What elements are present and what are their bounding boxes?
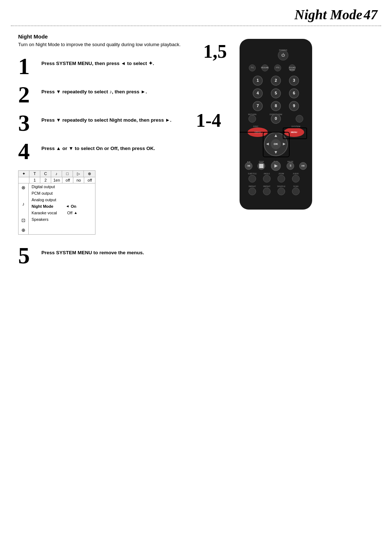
step-5-text: Press SYSTEM MENU to remove the menus.: [41, 244, 144, 256]
menu-karaoke-value: Off: [64, 211, 72, 215]
left-column: Night Mode Turn on Night Mode to improve…: [18, 33, 200, 267]
svg-text:3: 3: [293, 78, 295, 82]
menu-item-nightmode: Night Mode ◄ On: [29, 203, 95, 210]
menu-icon-subtitle: ⊡: [20, 217, 27, 224]
menu-header-play: ▷: [73, 171, 84, 177]
menu-item-digital-label: Digital output: [32, 185, 64, 189]
step-1: 1 Press SYSTEM MENU, then press ◄ to sel…: [18, 55, 200, 78]
svg-rect-0: [240, 39, 312, 210]
section-description: Turn on Night Mode to improve the sound …: [18, 41, 200, 48]
menu-header-t: T: [29, 171, 40, 177]
svg-text:⏭: ⏭: [302, 164, 305, 167]
svg-text:6: 6: [293, 91, 295, 95]
menu-nightmode-value: On: [71, 204, 76, 208]
svg-text:SHUFFLE: SHUFFLE: [277, 185, 286, 187]
svg-text:DISC: DISC: [253, 125, 259, 127]
svg-rect-55: [259, 164, 264, 168]
step-5: 5 Press SYSTEM MENU to remove the menus.: [18, 244, 200, 267]
menu-val-5: no: [73, 177, 84, 183]
step-3-number: 3: [18, 112, 36, 135]
step-4-text: Press ▲ or ▼ to select On or Off, then p…: [41, 140, 155, 152]
svg-text:⏮: ⏮: [247, 164, 250, 167]
remote-svg: ⏻ POWER T-C RESUME FTS SOUND MODE 1 2 3: [229, 37, 334, 215]
remote-label-14: 1-4: [196, 110, 221, 131]
svg-point-36: [296, 115, 303, 122]
svg-point-79: [278, 188, 285, 195]
menu-items: Digital output PCM output Analog output …: [29, 183, 95, 234]
svg-text:▲: ▲: [274, 133, 278, 138]
right-column: 1,5 1-4 ⏻ POWER T-C RESUME FTS SOUND: [207, 33, 330, 267]
svg-text:▶: ▶: [274, 163, 278, 168]
step-1-number: 1: [18, 55, 36, 78]
svg-text:⏸: ⏸: [289, 164, 292, 167]
svg-text:T-C: T-C: [251, 66, 254, 69]
menu-table: ✦ T C ♪ □ ▷ ⊕ 1 2 1en off no off: [18, 170, 95, 235]
menu-val-3: 1en: [51, 177, 62, 183]
menu-icon-extra: ⊕: [20, 227, 27, 234]
svg-text:4: 4: [257, 91, 259, 95]
svg-text:5: 5: [275, 91, 277, 95]
menu-item-pcm: PCM output: [29, 190, 95, 197]
step-1-text: Press SYSTEM MENU, then press ◄ to selec…: [41, 55, 154, 67]
menu-val-1: 1: [29, 177, 40, 183]
menu-left-icons: ⊗ ♪ ⊡ ⊕: [19, 183, 29, 234]
svg-text:MODE: MODE: [290, 69, 295, 71]
svg-text:SCAN: SCAN: [293, 185, 298, 187]
menu-item-digital: Digital output: [29, 183, 95, 190]
svg-text:OK: OK: [274, 142, 278, 146]
menu-values-row: 1 2 1en off no off: [19, 177, 95, 183]
step-4: 4 Press ▲ or ▼ to select On or Off, then…: [18, 140, 200, 163]
svg-point-70: [278, 175, 285, 182]
svg-text:REPEAT: REPEAT: [249, 185, 256, 187]
menu-header-screen: □: [62, 171, 73, 177]
menu-val-4: off: [62, 177, 73, 183]
step-4-number: 4: [18, 140, 36, 163]
page-header: Night Mode 47: [0, 0, 392, 23]
svg-text:1: 1: [257, 78, 259, 82]
menu-item-pcm-label: PCM output: [32, 191, 64, 195]
step-3: 3 Press ▼ repeatedly to select Night mod…: [18, 112, 200, 135]
step-2: 2 Press ▼ repeatedly to select ♪, then p…: [18, 83, 200, 106]
svg-point-32: [249, 115, 256, 122]
main-content: Night Mode Turn on Night Mode to improve…: [0, 26, 392, 278]
svg-text:MENU: MENU: [291, 131, 297, 133]
menu-body: ⊗ ♪ ⊡ ⊕ Digital output PCM output Analog…: [19, 183, 95, 234]
svg-text:ZOOM: ZOOM: [279, 173, 284, 175]
svg-text:8: 8: [275, 104, 277, 108]
menu-header-note: ♪: [51, 171, 62, 177]
svg-text:POWER: POWER: [279, 49, 287, 51]
step-5-number: 5: [18, 244, 36, 267]
menu-item-speakers: Speakers: [29, 216, 95, 223]
menu-header-search: ⊕: [84, 171, 95, 177]
remote-container: 1,5 1-4 ⏻ POWER T-C RESUME FTS SOUND: [207, 33, 330, 216]
svg-text:SUBTITLE: SUBTITLE: [248, 173, 257, 175]
menu-icon-note: ♪: [20, 200, 27, 207]
svg-point-80: [292, 188, 299, 195]
svg-text:▼: ▼: [274, 150, 278, 155]
menu-arrow-night: ◄: [66, 204, 69, 208]
svg-point-69: [263, 175, 270, 182]
svg-text:►: ►: [282, 141, 286, 146]
svg-point-68: [249, 175, 256, 182]
menu-up-arrow: ▲: [74, 211, 77, 215]
svg-text:7: 7: [257, 104, 259, 108]
menu-item-karaoke-label: Karaoke vocal: [32, 211, 64, 215]
menu-item-speakers-label: Speakers: [32, 217, 64, 222]
remote-label-15: 1,5: [203, 41, 227, 62]
menu-val-0: [19, 177, 29, 183]
svg-point-77: [249, 188, 256, 195]
svg-text:RESUME: RESUME: [261, 66, 269, 69]
svg-text:9: 9: [293, 104, 295, 108]
menu-item-karaoke: Karaoke vocal Off ▲: [29, 210, 95, 216]
svg-text:2: 2: [275, 78, 277, 82]
menu-val-2: 2: [40, 177, 51, 183]
svg-text:REPEAT: REPEAT: [263, 185, 270, 187]
svg-text:◄: ◄: [265, 141, 270, 146]
menu-header-row: ✦ T C ♪ □ ▷ ⊕: [19, 171, 95, 177]
page-number: 47: [364, 7, 377, 22]
menu-item-analog-label: Analog output: [32, 198, 64, 202]
svg-text:⏻: ⏻: [281, 53, 285, 57]
svg-text:0: 0: [275, 116, 277, 121]
menu-header-icon: ✦: [19, 171, 29, 177]
svg-text:SYSTEM: SYSTEM: [291, 125, 301, 127]
